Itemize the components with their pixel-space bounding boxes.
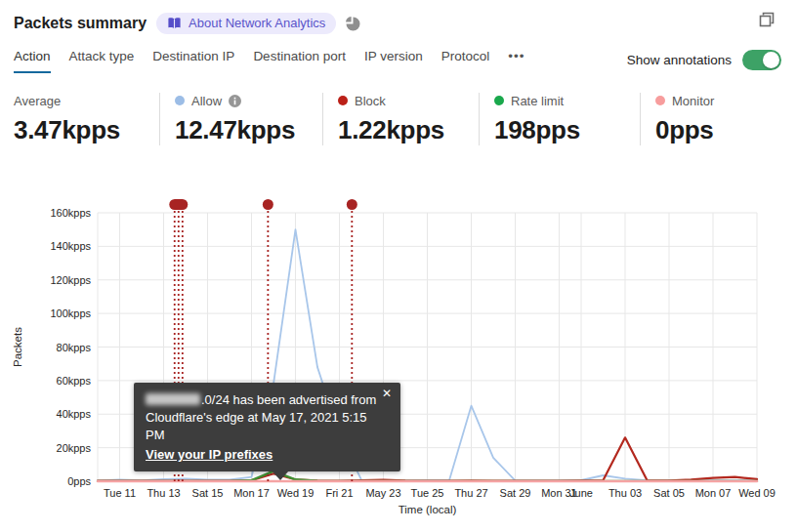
rate-limit-dot: [494, 96, 504, 105]
header: Packets summary About Network Analytics: [0, 0, 797, 34]
y-axis-title: Packets: [12, 327, 23, 367]
x-tick-label: Wed 09: [738, 487, 776, 499]
y-tick-label: 20kpps: [57, 442, 92, 454]
tooltip-line1: .0/24 has been advertised from: [146, 391, 389, 409]
stat-average: Average 3.47kpps: [14, 93, 159, 145]
pie-chart-icon: [344, 16, 360, 32]
y-tick-label: 80kpps: [57, 342, 92, 353]
badge-label: About Network Analytics: [189, 16, 325, 30]
stat-allow-value: 12.47kpps: [175, 115, 313, 145]
x-tick-label: Thu 27: [454, 487, 487, 499]
tooltip-line2: Cloudflare's edge at May 17, 2021 5:15 P…: [146, 409, 389, 444]
x-tick-label: Tue 11: [104, 487, 136, 499]
stat-allow: Allow 12.47kpps: [159, 93, 322, 145]
x-tick-label: Fri 21: [325, 487, 353, 499]
tab-ip-version[interactable]: IP version: [364, 49, 423, 71]
stat-monitor: Monitor 0pps: [640, 93, 724, 145]
book-icon: [167, 17, 182, 30]
stat-monitor-value: 0pps: [655, 115, 714, 145]
x-tick-label: May 23: [365, 487, 400, 499]
tab-protocol[interactable]: Protocol: [441, 49, 490, 71]
x-tick-label: Mon 07: [695, 487, 732, 499]
x-tick-label: Wed 19: [277, 487, 315, 499]
stat-rate-limit-value: 198pps: [494, 115, 630, 145]
close-icon[interactable]: ✕: [382, 388, 392, 399]
stat-allow-label: Allow: [191, 94, 222, 108]
y-tick-label: 60kpps: [57, 375, 92, 387]
packets-chart: 0pps20kpps40kpps60kpps80kpps100kpps120kp…: [0, 181, 797, 532]
tab-more-icon[interactable]: •••: [508, 49, 524, 71]
stat-rate-limit: Rate limit 198pps: [479, 93, 640, 145]
allow-dot: [175, 96, 185, 105]
stats-row: Average 3.47kpps Allow 12.47kpps Block 1…: [0, 93, 797, 145]
annotations-control: Show annotations: [627, 49, 781, 70]
y-tick-label: 140kpps: [50, 240, 91, 252]
block-dot: [338, 96, 348, 105]
popout-icon[interactable]: [758, 11, 776, 31]
y-tick-label: 120kpps: [50, 274, 91, 286]
y-tick-label: 40kpps: [57, 408, 92, 420]
annotation-marker-pill: [169, 199, 188, 210]
stat-block-value: 1.22kpps: [338, 115, 469, 145]
monitor-dot: [655, 96, 665, 105]
tabs-row: Action Attack type Destination IP Destin…: [0, 49, 797, 76]
show-annotations-label: Show annotations: [627, 53, 732, 67]
tooltip-caret: [272, 471, 289, 480]
x-tick-label: June: [569, 487, 593, 499]
x-tick-label: Thu 13: [147, 487, 180, 499]
page-title: Packets summary: [14, 15, 147, 32]
stat-average-value: 3.47kpps: [14, 115, 149, 145]
x-tick-label: Sat 15: [192, 487, 224, 499]
packets-summary-panel: Packets summary About Network Analytics …: [0, 0, 797, 532]
stat-block-label: Block: [355, 94, 386, 108]
x-tick-label: Mon 17: [233, 487, 270, 499]
time-series-chart[interactable]: 0pps20kpps40kpps60kpps80kpps100kpps120kp…: [0, 181, 797, 532]
x-tick-label: Sat 05: [653, 487, 685, 499]
tab-attack-type[interactable]: Attack type: [69, 49, 135, 71]
tab-destination-port[interactable]: Destination port: [253, 49, 346, 71]
x-tick-label: Tue 25: [411, 487, 444, 499]
stat-monitor-label: Monitor: [672, 94, 714, 108]
y-tick-label: 0pps: [67, 475, 91, 487]
stat-block: Block 1.22kpps: [322, 93, 479, 145]
annotation-tooltip: ✕ .0/24 has been advertised from Cloudfl…: [134, 383, 400, 471]
x-axis-title: Time (local): [398, 504, 457, 515]
x-tick-label: Thu 03: [608, 487, 642, 499]
y-tick-label: 160kpps: [50, 207, 91, 219]
x-tick-label: Sat 29: [500, 487, 531, 499]
view-ip-prefixes-link[interactable]: View your IP prefixes: [146, 446, 273, 464]
toggle-knob: [763, 52, 779, 68]
tab-action[interactable]: Action: [14, 49, 51, 73]
tab-destination-ip[interactable]: Destination IP: [152, 49, 234, 71]
stat-average-label: Average: [14, 94, 61, 108]
y-tick-label: 100kpps: [50, 307, 91, 319]
annotation-marker-circle: [347, 199, 357, 210]
stat-rate-limit-label: Rate limit: [511, 94, 564, 108]
show-annotations-toggle[interactable]: [742, 50, 781, 70]
info-icon[interactable]: [229, 95, 241, 107]
redacted-ip-prefix: [146, 393, 200, 405]
about-network-analytics-badge[interactable]: About Network Analytics: [156, 13, 336, 34]
annotation-marker-circle: [263, 199, 273, 210]
